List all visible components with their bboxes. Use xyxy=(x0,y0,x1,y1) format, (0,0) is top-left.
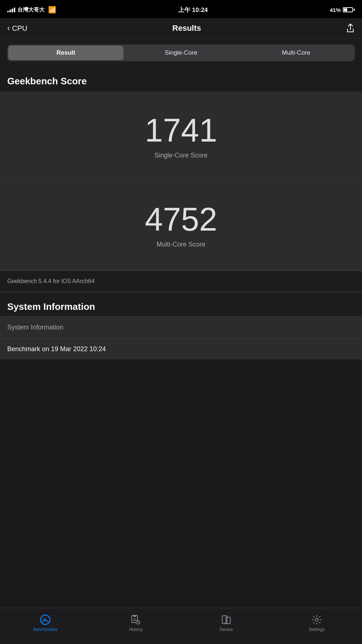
score-area: 1741 Single-Core Score 4752 Multi-Core S… xyxy=(0,92,362,270)
device-icon xyxy=(220,614,232,626)
system-information-sub: System Information xyxy=(0,316,362,338)
multi-core-score-label: Multi-Core Score xyxy=(7,241,355,248)
svg-point-10 xyxy=(315,618,318,621)
tab-single-core[interactable]: Single-Core xyxy=(123,46,239,60)
tab-selector: Result Single-Core Multi-Core xyxy=(7,45,355,61)
tab-container: Result Single-Core Multi-Core xyxy=(0,39,362,68)
single-core-score-label: Single-Core Score xyxy=(7,152,355,159)
status-bar-time: 上午 10:24 xyxy=(178,6,208,14)
tab-device-label: Device xyxy=(220,627,233,632)
tab-benchmarks[interactable]: Benchmarks xyxy=(0,614,90,632)
history-icon xyxy=(130,614,142,626)
single-core-score-number: 1741 xyxy=(7,114,355,147)
benchmark-timestamp-bar: Benchmark on 19 Mar 2022 10:24 xyxy=(0,338,362,359)
geekbench-score-section: Geekbench Score xyxy=(0,68,362,92)
page-title: Results xyxy=(172,24,201,33)
share-icon xyxy=(346,23,355,33)
back-label: CPU xyxy=(12,24,27,33)
tab-history[interactable]: History xyxy=(90,614,181,632)
tab-settings[interactable]: Settings xyxy=(272,614,362,632)
gauge-icon xyxy=(39,614,51,626)
geekbench-score-heading: Geekbench Score xyxy=(7,76,355,87)
single-core-score-block: 1741 Single-Core Score xyxy=(0,92,362,181)
svg-point-1 xyxy=(45,619,46,620)
system-information-subheading: System Information xyxy=(7,324,355,331)
wifi-icon: 📶 xyxy=(48,6,56,14)
benchmark-timestamp: Benchmark on 19 Mar 2022 10:24 xyxy=(7,345,355,353)
system-information-heading: System Information xyxy=(7,301,355,312)
system-information-section: System Information xyxy=(0,292,362,316)
version-info: Geekbench 5.4.4 for iOS AArch64 xyxy=(0,270,362,292)
tab-multi-core[interactable]: Multi-Core xyxy=(239,46,354,60)
settings-icon xyxy=(311,614,323,626)
status-bar: 台灣大哥大 📶 上午 10:24 41% xyxy=(0,0,362,18)
multi-core-score-number: 4752 xyxy=(7,203,355,236)
battery-icon xyxy=(343,7,355,12)
bottom-tab-bar: Benchmarks History Device xyxy=(0,608,362,644)
back-button[interactable]: ‹ CPU xyxy=(7,24,28,33)
tab-benchmarks-label: Benchmarks xyxy=(33,627,58,632)
carrier-name: 台灣大哥大 xyxy=(17,7,45,13)
tab-settings-label: Settings xyxy=(309,627,324,632)
signal-bars-icon xyxy=(7,8,15,12)
status-bar-right: 41% xyxy=(330,7,355,13)
tab-device[interactable]: Device xyxy=(181,614,272,632)
chevron-left-icon: ‹ xyxy=(7,24,10,33)
tab-result[interactable]: Result xyxy=(8,46,123,60)
nav-bar: ‹ CPU Results xyxy=(0,18,362,39)
battery-percentage: 41% xyxy=(330,7,341,13)
svg-rect-8 xyxy=(226,617,230,624)
status-bar-left: 台灣大哥大 📶 xyxy=(7,6,56,14)
version-info-text: Geekbench 5.4.4 for iOS AArch64 xyxy=(7,278,355,285)
tab-history-label: History xyxy=(129,627,142,632)
multi-core-score-block: 4752 Multi-Core Score xyxy=(0,181,362,270)
share-button[interactable] xyxy=(346,23,355,33)
svg-rect-3 xyxy=(133,615,136,617)
